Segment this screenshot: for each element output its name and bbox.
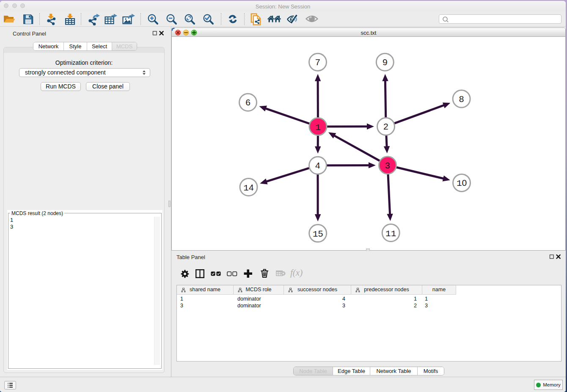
svg-text:7: 7	[315, 57, 320, 67]
svg-text:6: 6	[245, 97, 250, 107]
svg-text:3: 3	[385, 160, 390, 170]
svg-text:11: 11	[385, 229, 396, 239]
svg-text:8: 8	[459, 94, 464, 104]
svg-text:14: 14	[243, 182, 254, 193]
svg-text:9: 9	[383, 57, 388, 67]
svg-text:1: 1	[315, 123, 321, 133]
svg-text:15: 15	[313, 229, 323, 239]
svg-text:2: 2	[383, 121, 388, 131]
svg-text:10: 10	[457, 178, 467, 188]
svg-text:4: 4	[315, 160, 320, 170]
